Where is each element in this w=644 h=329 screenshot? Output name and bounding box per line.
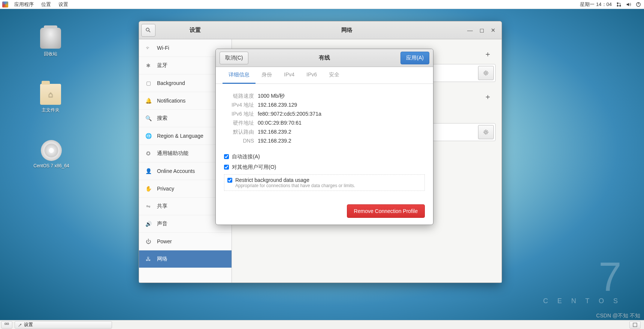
- bg-icon: ▢: [145, 80, 152, 86]
- trash-icon: [40, 28, 61, 49]
- restrict-sublabel: Appropriate for connections that have da…: [235, 183, 355, 188]
- window-maximize-button[interactable]: ◻: [480, 27, 484, 34]
- dialog-tab-1[interactable]: 身份: [256, 67, 278, 83]
- taskbar-tray-button[interactable]: [629, 321, 641, 329]
- search-icon: 🔍: [145, 115, 152, 121]
- menu-applications[interactable]: 应用程序: [10, 1, 37, 8]
- sidebar-item-label: Online Accounts: [157, 168, 195, 174]
- search-button[interactable]: [141, 24, 155, 37]
- apply-button[interactable]: 应用(A): [400, 52, 429, 64]
- sidebar-item-label: Region & Language: [157, 133, 203, 139]
- wallpaper-branding: 7 C E N T O S: [543, 256, 622, 305]
- dialog-tabs: 详细信息身份IPv4IPv6安全: [216, 67, 433, 84]
- bell-icon: 🔔: [145, 98, 152, 104]
- window-titlebar[interactable]: 设置 网络 — ◻ ✕: [139, 21, 502, 39]
- ipv6-value: fe80::9072:cdc5:2005:371a: [258, 111, 321, 118]
- dns-label: DNS: [224, 138, 254, 144]
- svg-point-7: [485, 72, 487, 74]
- sidebar-item-label: 通用辅助功能: [157, 150, 188, 157]
- ipv6-label: IPv6 地址: [224, 111, 254, 118]
- sidebar-item-label: Privacy: [157, 186, 174, 192]
- power-icon: ⏻: [145, 238, 152, 244]
- window-title-left: 设置: [158, 27, 233, 34]
- ipv4-label: IPv4 地址: [224, 102, 254, 109]
- tray-icon: [633, 323, 637, 327]
- sidebar-item-label: 声音: [157, 220, 167, 227]
- sidebar-item-power[interactable]: ⏻Power: [139, 233, 232, 250]
- svg-rect-9: [5, 323, 6, 325]
- taskbar-settings-entry[interactable]: 设置: [15, 321, 112, 329]
- folder-icon: ⌂: [40, 84, 61, 105]
- top-menu-bar: 应用程序 位置 设置 星期一 14：04: [0, 0, 644, 9]
- cloud-icon: 👤: [145, 168, 152, 174]
- add-wired-button[interactable]: ＋: [480, 47, 496, 61]
- globe-icon: 🌐: [145, 133, 152, 139]
- proxy-settings-button[interactable]: [478, 125, 494, 139]
- sound-icon: 🔊: [145, 221, 152, 227]
- share-icon: ⇋: [145, 203, 152, 209]
- desktop-trash[interactable]: 回收站: [34, 28, 67, 57]
- window-title-center: 网络: [233, 27, 461, 34]
- link-speed-label: 链路速度: [224, 93, 254, 100]
- svg-rect-11: [633, 323, 637, 327]
- wifi-icon: ᯤ: [145, 45, 152, 51]
- gear-icon: [483, 129, 489, 135]
- dialog-tab-2[interactable]: IPv4: [278, 67, 300, 83]
- home-folder-label: 主文件夹: [34, 107, 67, 113]
- wallpaper-version: 7: [543, 256, 622, 297]
- wrench-icon: [18, 323, 22, 327]
- privacy-icon: ✋: [145, 186, 152, 192]
- ipv4-value: 192.168.239.129: [258, 102, 297, 109]
- hw-label: 硬件地址: [224, 120, 254, 127]
- disc-icon: [41, 140, 62, 161]
- dns-value: 192.168.239.2: [258, 138, 291, 144]
- disc-label: CentOS 7 x86_64: [27, 163, 76, 168]
- remove-connection-button[interactable]: Remove Connection Profile: [347, 204, 425, 218]
- available-others-checkbox[interactable]: 对其他用户可用(O): [224, 164, 425, 171]
- workspace-icon: [4, 323, 9, 327]
- sidebar-item-label: Notifications: [157, 98, 185, 104]
- route-value: 192.168.239.2: [258, 129, 291, 135]
- auto-connect-checkbox[interactable]: 自动连接(A): [224, 153, 425, 160]
- show-desktop-button[interactable]: [1, 321, 12, 329]
- cancel-button[interactable]: 取消(C): [220, 52, 248, 64]
- wired-settings-button[interactable]: [478, 66, 494, 80]
- net-icon: 🖧: [145, 256, 152, 262]
- gear-icon: [483, 70, 489, 76]
- menu-settings[interactable]: 设置: [55, 1, 72, 8]
- sidebar-item-label: 蓝牙: [157, 62, 167, 69]
- power-tray-icon[interactable]: [636, 2, 641, 7]
- restrict-label: Restrict background data usage: [235, 177, 355, 183]
- add-vpn-button[interactable]: ＋: [480, 89, 496, 104]
- connection-dialog: 取消(C) 有线 应用(A) 详细信息身份IPv4IPv6安全 链路速度1000…: [215, 49, 433, 225]
- sidebar-item-label: Power: [157, 238, 172, 244]
- svg-point-8: [485, 131, 487, 133]
- dialog-tab-4[interactable]: 安全: [323, 67, 345, 83]
- route-label: 默认路由: [224, 129, 254, 135]
- bt-icon: ✱: [145, 63, 152, 68]
- link-speed-value: 1000 Mb/秒: [258, 93, 285, 100]
- network-tray-icon[interactable]: [616, 2, 622, 7]
- distro-logo-icon: [2, 1, 8, 7]
- sidebar-item-label: Wi-Fi: [157, 45, 169, 51]
- dialog-tab-0[interactable]: 详细信息: [223, 67, 256, 84]
- search-icon: [145, 27, 151, 33]
- window-close-button[interactable]: ✕: [491, 27, 496, 34]
- desktop-disc[interactable]: CentOS 7 x86_64: [27, 140, 76, 168]
- desktop-home-folder[interactable]: ⌂ 主文件夹: [34, 84, 67, 113]
- svg-rect-2: [617, 5, 619, 6]
- dialog-titlebar[interactable]: 取消(C) 有线 应用(A): [216, 49, 433, 67]
- window-minimize-button[interactable]: —: [467, 27, 473, 34]
- sidebar-item-net[interactable]: 🖧网络: [139, 250, 232, 268]
- menu-places[interactable]: 位置: [37, 1, 55, 8]
- wallpaper-name: C E N T O S: [543, 297, 622, 305]
- dialog-tab-3[interactable]: IPv6: [300, 67, 323, 83]
- access-icon: ✪: [145, 150, 152, 156]
- sidebar-item-label: 搜索: [157, 115, 167, 122]
- clock-label: 星期一 14：04: [580, 1, 612, 8]
- trash-label: 回收站: [34, 51, 67, 57]
- watermark: CSDN @不知 不知: [596, 313, 640, 319]
- sidebar-item-label: 网络: [157, 256, 167, 262]
- restrict-data-checkbox[interactable]: Restrict background data usage Appropria…: [227, 177, 421, 188]
- volume-tray-icon[interactable]: [626, 2, 631, 7]
